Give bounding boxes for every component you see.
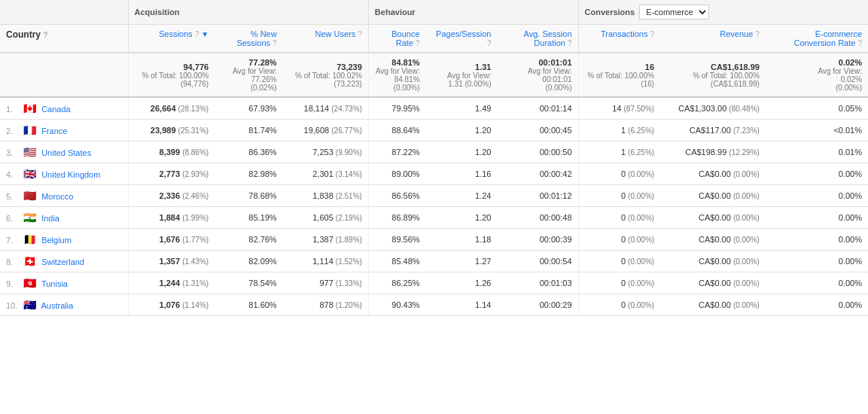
sessions-cell-3: 8,399 (8.86%) [128, 142, 215, 163]
sessions-value: 1,357 [160, 257, 181, 266]
country-cell-6: 6. 🇮🇳 India [0, 207, 128, 229]
country-header: Country ? [0, 25, 128, 53]
revenue-cell-5: CA$0.00 (0.00%) [660, 185, 766, 207]
bounce-rate-header[interactable]: Bounce Rate ? [368, 25, 425, 53]
bounce-rate-help-icon[interactable]: ? [416, 39, 420, 47]
ecommerce-conversion-rate-help-icon[interactable]: ? [857, 39, 862, 47]
avg-session-duration-help-icon[interactable]: ? [568, 39, 572, 47]
pages-session-header[interactable]: Pages/Session ? [426, 25, 498, 53]
row-number: 6. [6, 214, 21, 223]
column-header-row: Country ? Sessions ? ▼ % New Sessions ? … [0, 25, 868, 53]
ecommerce-conversion-rate-cell-4: 0.00% [766, 163, 868, 185]
pct-new-sessions-header[interactable]: % New Sessions ? [215, 25, 283, 53]
country-link[interactable]: India [41, 214, 59, 223]
country-link[interactable]: Belgium [41, 236, 72, 245]
summary-avg-session-duration: 00:01:01 Avg for View: 00:01:01 (0.00%) [498, 53, 579, 97]
transactions-cell-7: 0 (0.00%) [578, 229, 660, 251]
new-users-cell-7: 1,387 (1.89%) [283, 229, 369, 251]
avg-session-duration-cell-2: 00:00:45 [498, 120, 579, 142]
new-users-help-icon[interactable]: ? [358, 30, 362, 38]
ecommerce-conversion-rate-cell-8: 0.00% [766, 251, 868, 272]
sessions-sort-arrow[interactable]: ▼ [201, 30, 209, 38]
bounce-rate-cell-2: 88.64% [368, 120, 425, 142]
bounce-rate-cell-9: 86.25% [368, 272, 425, 294]
new-users-cell-5: 1,838 (2.51%) [283, 185, 369, 207]
transactions-cell-1: 14 (87.50%) [578, 97, 660, 120]
country-link[interactable]: United States [41, 148, 91, 157]
transactions-cell-8: 0 (0.00%) [578, 251, 660, 272]
new-users-header[interactable]: New Users ? [283, 25, 369, 53]
country-link[interactable]: United Kingdom [41, 170, 100, 179]
country-cell-2: 2. 🇫🇷 France [0, 120, 128, 142]
row-number: 5. [6, 192, 21, 201]
avg-session-duration-cell-7: 00:00:39 [498, 229, 579, 251]
transactions-help-icon[interactable]: ? [650, 30, 655, 38]
country-cell-10: 10. 🇦🇺 Australia [0, 294, 128, 316]
bounce-rate-cell-5: 86.56% [368, 185, 425, 207]
pct-new-sessions-help-icon[interactable]: ? [273, 39, 277, 47]
sessions-cell-8: 1,357 (1.43%) [128, 251, 215, 272]
country-cell-7: 7. 🇧🇪 Belgium [0, 229, 128, 251]
pages-session-cell-9: 1.26 [426, 272, 498, 294]
sessions-header[interactable]: Sessions ? ▼ [128, 25, 215, 53]
new-users-cell-9: 977 (1.33%) [283, 272, 369, 294]
sessions-value: 1,884 [160, 213, 181, 222]
sessions-cell-4: 2,773 (2.93%) [128, 163, 215, 185]
revenue-cell-7: CA$0.00 (0.00%) [660, 229, 766, 251]
pages-session-cell-3: 1.20 [426, 142, 498, 163]
new-users-cell-6: 1,605 (2.19%) [283, 207, 369, 229]
sessions-value: 23,989 [151, 126, 176, 135]
pages-session-cell-7: 1.18 [426, 229, 498, 251]
sessions-value: 1,076 [160, 300, 181, 309]
sessions-pct: (1.43%) [182, 257, 209, 266]
country-help-icon[interactable]: ? [43, 31, 47, 39]
sessions-pct: (28.13%) [178, 105, 209, 113]
bounce-rate-cell-8: 85.48% [368, 251, 425, 272]
avg-session-duration-header[interactable]: Avg. Session Duration ? [498, 25, 579, 53]
pages-session-help-icon[interactable]: ? [487, 39, 492, 47]
sessions-pct: (1.31%) [182, 279, 209, 288]
pages-session-cell-1: 1.49 [426, 97, 498, 120]
row-number: 3. [6, 148, 21, 157]
sessions-cell-9: 1,244 (1.31%) [128, 272, 215, 294]
revenue-cell-4: CA$0.00 (0.00%) [660, 163, 766, 185]
sessions-help-icon[interactable]: ? [195, 30, 199, 38]
table-row: 10. 🇦🇺 Australia 1,076 (1.14%) 81.60% 87… [0, 294, 868, 316]
revenue-cell-10: CA$0.00 (0.00%) [660, 294, 766, 316]
country-link[interactable]: Australia [41, 301, 74, 310]
revenue-cell-8: CA$0.00 (0.00%) [660, 251, 766, 272]
new-users-cell-1: 18,114 (24.73%) [283, 97, 369, 120]
revenue-cell-9: CA$0.00 (0.00%) [660, 272, 766, 294]
avg-session-duration-cell-6: 00:00:48 [498, 207, 579, 229]
revenue-help-icon[interactable]: ? [755, 30, 760, 38]
table-row: 9. 🇹🇳 Tunisia 1,244 (1.31%) 78.54% 977 (… [0, 272, 868, 294]
pct-new-sessions-cell-9: 78.54% [215, 272, 283, 294]
conversion-select[interactable]: E-commerce Goals [639, 5, 709, 20]
ecommerce-conversion-rate-cell-6: 0.00% [766, 207, 868, 229]
sessions-pct: (25.31%) [178, 126, 209, 135]
summary-row: 94,776 % of Total: 100.00% (94,776) 77.2… [0, 53, 868, 97]
revenue-cell-6: CA$0.00 (0.00%) [660, 207, 766, 229]
empty-group-header [0, 0, 128, 25]
transactions-header[interactable]: Transactions ? [578, 25, 660, 53]
country-cell-3: 3. 🇺🇸 United States [0, 142, 128, 163]
country-cell-5: 5. 🇲🇦 Morocco [0, 185, 128, 207]
country-link[interactable]: Morocco [41, 192, 73, 201]
transactions-cell-3: 1 (6.25%) [578, 142, 660, 163]
sessions-value: 2,773 [160, 169, 181, 178]
summary-sessions: 94,776 % of Total: 100.00% (94,776) [128, 53, 215, 97]
pct-new-sessions-cell-7: 82.76% [215, 229, 283, 251]
bounce-rate-cell-6: 86.89% [368, 207, 425, 229]
sessions-cell-5: 2,336 (2.46%) [128, 185, 215, 207]
table-row: 1. 🇨🇦 Canada 26,664 (28.13%) 67.93% 18,1… [0, 97, 868, 120]
revenue-header[interactable]: Revenue ? [660, 25, 766, 53]
country-flag: 🇫🇷 [23, 124, 36, 136]
country-link[interactable]: France [41, 126, 67, 135]
ecommerce-conversion-rate-header[interactable]: E-commerce Conversion Rate ? [766, 25, 868, 53]
avg-session-duration-cell-8: 00:00:54 [498, 251, 579, 272]
country-link[interactable]: Switzerland [41, 257, 84, 266]
conversions-group-header: Conversions E-commerce Goals [578, 0, 868, 25]
transactions-cell-10: 0 (0.00%) [578, 294, 660, 316]
country-link[interactable]: Tunisia [41, 279, 68, 288]
country-link[interactable]: Canada [41, 105, 71, 114]
